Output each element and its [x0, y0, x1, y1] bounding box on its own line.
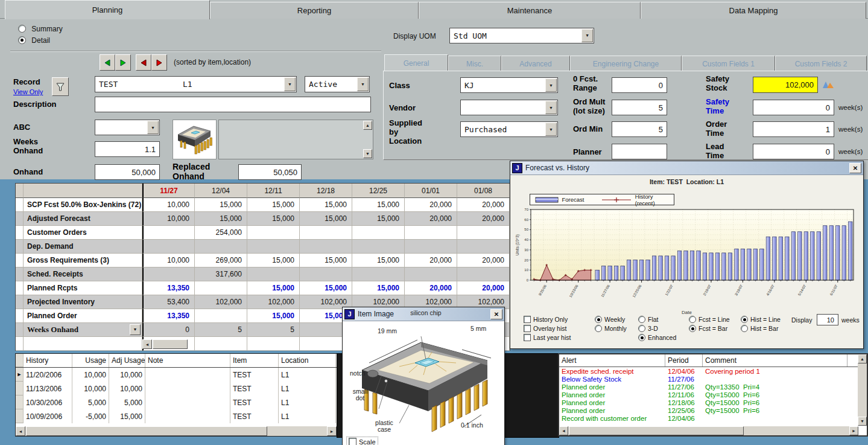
row-marker-cell[interactable]	[16, 240, 24, 254]
description-input[interactable]	[95, 97, 371, 112]
history-cell[interactable]: L1	[279, 368, 336, 382]
alert-col-header[interactable]: Period	[665, 354, 703, 367]
radio-3-d[interactable]: 3-D	[638, 324, 676, 333]
history-cell[interactable]	[145, 368, 230, 382]
row-marker-cell[interactable]	[16, 309, 24, 323]
scroll-right-icon[interactable]: ►	[327, 426, 337, 436]
plan-grid-cell[interactable]: 20,000	[405, 254, 457, 267]
history-cell[interactable]: 10/09/2006	[24, 409, 72, 423]
history-cell[interactable]: 10,000	[109, 368, 145, 382]
history-cell[interactable]: TEST	[230, 409, 279, 423]
plan-grid-cell[interactable]: 15,000	[300, 281, 352, 295]
plan-grid-cell[interactable]: 15,000	[352, 212, 405, 226]
abc-dropdown[interactable]: ▼	[95, 120, 160, 135]
plan-grid-cell[interactable]: 10,000	[142, 212, 195, 226]
alert-row[interactable]: Record with customer order12/04/06	[559, 414, 867, 422]
forecast-window-titlebar[interactable]: J Forecast vs. History ✕	[510, 161, 863, 175]
history-cell[interactable]: 11/20/2006	[24, 368, 72, 382]
safety-time-input[interactable]: 0	[753, 100, 834, 115]
plan-grid-col-header[interactable]: 01/01	[405, 184, 457, 198]
chevron-down-icon[interactable]: ▼	[545, 78, 557, 92]
order-time-input[interactable]: 1	[753, 121, 834, 137]
plan-grid-col-header[interactable]: 12/04	[195, 184, 247, 198]
scroll-left-icon[interactable]: ◄	[16, 426, 25, 436]
plan-grid-cell[interactable]: 13,350	[142, 309, 195, 323]
plan-grid-cell[interactable]	[457, 267, 510, 281]
weeks-onhand-input[interactable]: 1.1	[95, 141, 160, 157]
scroll-left-icon[interactable]: ◄	[559, 426, 568, 435]
checkbox-icon[interactable]	[524, 334, 531, 341]
row-marker-cell[interactable]	[16, 254, 24, 267]
history-cell[interactable]: 10/30/2006	[24, 395, 72, 409]
item-notes-area[interactable]: ▲ ▼	[218, 120, 373, 159]
radio-monthly[interactable]: Monthly	[595, 324, 627, 333]
history-cell[interactable]	[145, 395, 230, 409]
plan-grid-cell[interactable]: 15,000	[247, 309, 300, 323]
radio-fcst-line[interactable]: Fcst = Line	[689, 315, 730, 324]
tab-reporting[interactable]: Reporting	[210, 2, 419, 19]
chevron-down-icon[interactable]: ▼	[357, 77, 369, 91]
item-thumbnail[interactable]	[173, 120, 217, 159]
chevron-down-icon[interactable]: ▼	[130, 324, 141, 335]
history-cell[interactable]: 10,000	[72, 382, 109, 395]
history-cell[interactable]: TEST	[230, 382, 279, 395]
plan-grid-cell[interactable]: 5	[247, 323, 300, 337]
plan-grid-cell[interactable]	[142, 267, 195, 281]
history-col-header[interactable]: Location	[279, 354, 336, 367]
history-col-header[interactable]: Adj Usage	[109, 354, 145, 367]
history-cell[interactable]: 5,000	[72, 395, 109, 409]
plan-grid-cell[interactable]	[352, 226, 405, 240]
scroll-up-icon[interactable]: ▲	[858, 354, 867, 363]
scroll-down-icon[interactable]: ▼	[858, 417, 867, 426]
plan-grid-cell[interactable]	[195, 309, 247, 323]
history-cell[interactable]: L1	[279, 382, 336, 395]
plan-grid-cell[interactable]	[300, 226, 352, 240]
plan-grid-cell[interactable]: 0	[142, 323, 195, 337]
class-dropdown[interactable]: KJ ▼	[460, 77, 558, 93]
checkbox-last-year-hist[interactable]: Last year hist	[524, 333, 571, 342]
row-marker-cell[interactable]	[16, 226, 24, 240]
row-marker-cell[interactable]	[16, 409, 24, 423]
radio-summary[interactable]: Summary	[18, 25, 63, 33]
close-icon[interactable]: ✕	[490, 309, 502, 319]
radio-icon[interactable]	[689, 325, 696, 332]
checkbox-history-only[interactable]: History Only	[524, 315, 571, 324]
history-cell[interactable]: TEST	[230, 368, 279, 382]
history-cell[interactable]: 11/13/2006	[24, 382, 72, 395]
plan-grid-cell[interactable]	[247, 226, 300, 240]
plan-grid-cell[interactable]: 15,000	[300, 212, 352, 226]
alert-hscrollbar[interactable]: ◄ ►	[559, 426, 858, 435]
first-record-button[interactable]	[100, 54, 115, 71]
alert-row[interactable]: Planned order11/27/06Qty=13350 Pri=4	[559, 383, 867, 391]
tab-maintenance[interactable]: Maintenance	[419, 2, 641, 19]
radio-weekly[interactable]: Weekly	[595, 315, 627, 324]
radio-fcst-bar[interactable]: Fcst = Bar	[689, 324, 730, 333]
ord-mult-input[interactable]: 5	[612, 100, 667, 115]
plan-grid-cell[interactable]: 20,000	[457, 281, 510, 295]
row-marker-cell[interactable]	[16, 212, 24, 226]
plan-grid-cell[interactable]: 15,000	[247, 281, 300, 295]
plan-grid-cell[interactable]: 10,000	[142, 254, 195, 267]
plan-grid-cell[interactable]	[405, 240, 457, 254]
alert-row[interactable]: Planned order12/18/06Qty=15000 Pri=6	[559, 399, 867, 406]
plan-grid-cell[interactable]: 15,000	[247, 198, 300, 212]
plan-grid-cell[interactable]: 317,600	[195, 267, 247, 281]
row-marker-cell[interactable]: ►	[16, 368, 24, 382]
history-cell[interactable]: -5,000	[72, 409, 109, 423]
plan-grid-hscrollbar[interactable]: ◄	[142, 339, 197, 350]
dtab-misc[interactable]: Misc.	[448, 56, 501, 71]
plan-grid-cell[interactable]	[247, 240, 300, 254]
chevron-down-icon[interactable]: ▼	[545, 101, 557, 114]
plan-grid-cell[interactable]	[195, 240, 247, 254]
display-weeks-input[interactable]: 10	[817, 314, 838, 325]
dtab-advanced[interactable]: Advanced	[501, 56, 570, 71]
checkbox-icon[interactable]	[524, 325, 531, 332]
plan-grid-cell[interactable]	[195, 281, 247, 295]
history-col-header[interactable]: Item	[230, 354, 279, 367]
history-cell[interactable]: 10,000	[72, 368, 109, 382]
alert-vscrollbar[interactable]: ▲ ▼	[858, 354, 867, 426]
radio-icon[interactable]	[638, 334, 645, 341]
radio-icon[interactable]	[741, 316, 748, 323]
scrollbar-thumb[interactable]	[569, 426, 744, 435]
history-cell[interactable]: L1	[279, 395, 336, 409]
